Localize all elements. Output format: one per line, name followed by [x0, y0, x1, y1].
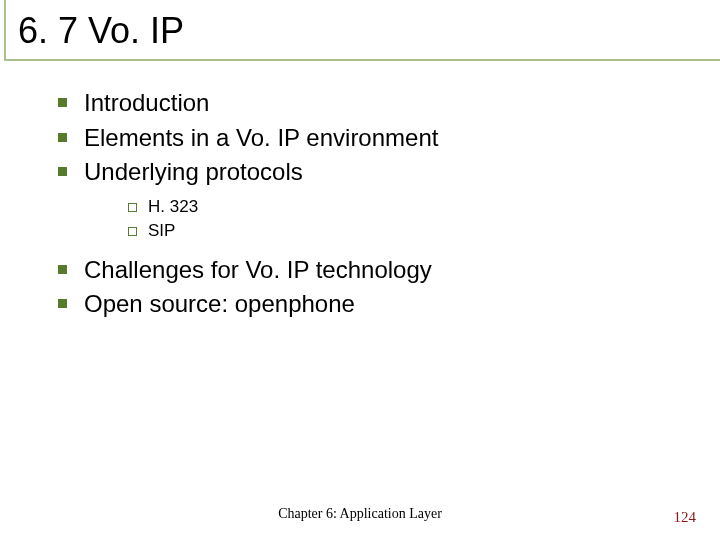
list-item-text: Underlying protocols	[84, 158, 303, 185]
list-item-text: Open source: openphone	[84, 290, 355, 317]
title-rule: 6. 7 Vo. IP	[0, 8, 720, 61]
slide-footer: Chapter 6: Application Layer 124	[0, 506, 720, 526]
slide-content: Introduction Elements in a Vo. IP enviro…	[0, 61, 720, 320]
slide: 6. 7 Vo. IP Introduction Elements in a V…	[0, 0, 720, 540]
footer-text: Chapter 6: Application Layer	[0, 506, 720, 522]
list-item: Challenges for Vo. IP technology	[56, 254, 680, 286]
list-item: SIP	[126, 219, 680, 244]
slide-title: 6. 7 Vo. IP	[18, 8, 720, 51]
list-item-text: Elements in a Vo. IP environment	[84, 124, 438, 151]
list-item-text: Challenges for Vo. IP technology	[84, 256, 432, 283]
bullet-list-1: Introduction Elements in a Vo. IP enviro…	[56, 87, 680, 251]
list-item: Open source: openphone	[56, 288, 680, 320]
page-number: 124	[674, 509, 697, 526]
list-item-text: SIP	[148, 221, 175, 240]
bullet-list-sub: H. 323 SIP	[84, 189, 680, 252]
bullet-list-2: Challenges for Vo. IP technology Open so…	[56, 254, 680, 321]
list-item: Underlying protocols H. 323 SIP	[56, 156, 680, 252]
list-item: Elements in a Vo. IP environment	[56, 122, 680, 154]
list-item: Introduction	[56, 87, 680, 119]
list-item-text: H. 323	[148, 197, 198, 216]
list-item: H. 323	[126, 195, 680, 220]
list-item-text: Introduction	[84, 89, 209, 116]
